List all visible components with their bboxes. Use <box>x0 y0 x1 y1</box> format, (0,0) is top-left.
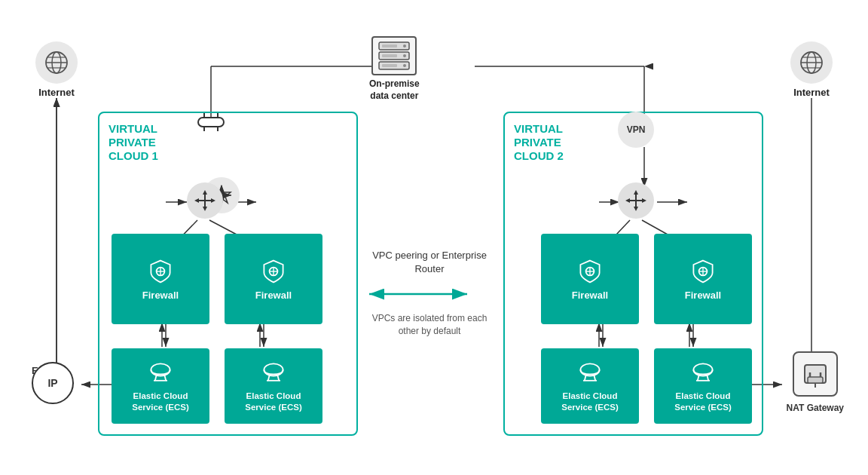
diagram: Internet Internet <box>0 0 868 475</box>
internet-right-label: Internet <box>793 87 830 98</box>
on-premise-datacenter: On-premisedata center <box>369 36 420 102</box>
vpc1-router-icon <box>187 182 223 219</box>
svg-line-71 <box>164 375 166 381</box>
svg-line-74 <box>268 375 270 381</box>
globe-icon-right <box>790 41 833 84</box>
vpc2-router-icon <box>618 182 654 219</box>
internet-left-label: Internet <box>38 87 75 98</box>
vpc1-title: VIRTUAL PRIVATE CLOUD 1 <box>108 122 347 163</box>
vpc-peering-label: VPC peering or Enterprise Router VPCs ar… <box>362 249 497 338</box>
vpc1-firewall2: Firewall <box>225 234 322 324</box>
datacenter-label: On-premisedata center <box>369 78 420 102</box>
nat-gateway: NAT Gateway <box>787 351 844 413</box>
svg-marker-59 <box>203 190 207 195</box>
nat-gateway-icon <box>793 351 838 397</box>
vpc2-ecs2-label: Elastic CloudService (ECS) <box>674 391 731 413</box>
vpc2-ecs1: Elastic CloudService (ECS) <box>541 348 639 424</box>
svg-rect-102 <box>198 118 224 127</box>
globe-icon-left <box>35 41 78 84</box>
svg-marker-80 <box>634 207 638 211</box>
svg-marker-61 <box>194 198 199 203</box>
eip-container: IP EIP <box>32 362 47 376</box>
vpn-icon: VPN <box>618 112 654 148</box>
svg-line-91 <box>594 375 595 381</box>
vpc2-ecs1-label: Elastic CloudService (ECS) <box>561 391 618 413</box>
internet-right: Internet <box>790 41 833 98</box>
svg-line-95 <box>707 375 708 381</box>
vpc1-firewall1-label: Firewall <box>142 290 179 301</box>
svg-point-45 <box>403 44 406 48</box>
svg-point-46 <box>403 54 406 57</box>
vpc1-ecs2: Elastic CloudService (ECS) <box>225 348 322 424</box>
internet-left: Internet <box>35 41 78 98</box>
vpc1-switch-icon <box>194 106 228 139</box>
nat-gateway-label: NAT Gateway <box>787 403 844 413</box>
svg-rect-48 <box>382 44 397 48</box>
vpc2-firewall1: Firewall <box>541 234 639 324</box>
datacenter-icon <box>371 36 417 75</box>
vpc1-ecs1: Elastic CloudService (ECS) <box>112 348 209 424</box>
svg-point-47 <box>403 64 406 67</box>
svg-line-75 <box>277 375 279 381</box>
vpn-label: VPN <box>627 124 646 135</box>
svg-rect-100 <box>808 377 823 383</box>
vpc1-ecs2-label: Elastic CloudService (ECS) <box>245 391 301 413</box>
eip-icon: IP <box>32 362 74 404</box>
vpc2-firewall2: Firewall <box>654 234 752 324</box>
svg-rect-50 <box>382 64 397 67</box>
vpc1-firewall2-label: Firewall <box>255 290 292 301</box>
vpc2-firewall1-label: Firewall <box>572 290 608 301</box>
svg-marker-79 <box>634 190 638 195</box>
svg-line-94 <box>698 375 699 381</box>
svg-marker-60 <box>203 207 207 211</box>
svg-marker-81 <box>625 198 630 203</box>
svg-rect-49 <box>382 54 397 57</box>
vpc2-firewall2-label: Firewall <box>685 290 721 301</box>
svg-marker-82 <box>642 198 646 203</box>
vpc1-ecs1-label: Elastic CloudService (ECS) <box>132 391 188 413</box>
svg-line-70 <box>155 375 157 381</box>
svg-line-90 <box>585 375 586 381</box>
vpc2-ecs2: Elastic CloudService (ECS) <box>654 348 752 424</box>
vpc1-firewall1: Firewall <box>112 234 209 324</box>
svg-marker-62 <box>211 198 215 203</box>
